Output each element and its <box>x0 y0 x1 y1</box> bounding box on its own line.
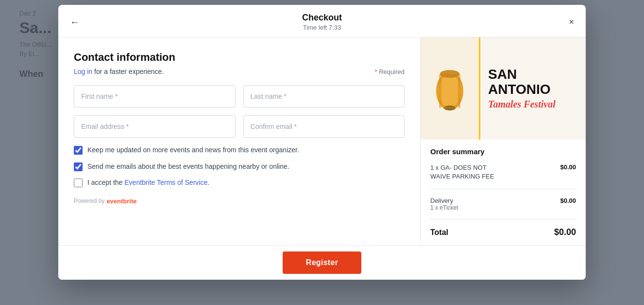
summary-panel: SAN ANTONIO Tamales Festival Order summa… <box>421 37 586 245</box>
checkbox-row-2: Send me emails about the best events hap… <box>74 162 405 172</box>
powered-by-label: Powered by <box>74 197 104 204</box>
first-name-input[interactable] <box>74 85 236 108</box>
powered-by: Powered by eventbrite <box>74 197 405 205</box>
last-name-field <box>243 85 405 108</box>
san-antonio-line2: ANTONIO <box>488 82 551 97</box>
delivery-row: Delivery 1 x eTicket $0.00 <box>430 197 576 219</box>
total-row: Total $0.00 <box>430 227 576 237</box>
emails-checkbox[interactable] <box>74 162 83 171</box>
delivery-price: $0.00 <box>560 197 576 204</box>
login-prompt-text: for a faster experience. <box>94 68 164 75</box>
back-button[interactable]: ← <box>70 17 85 28</box>
email-input[interactable] <box>74 115 236 138</box>
tamale-svg <box>430 59 469 118</box>
last-name-input[interactable] <box>243 85 405 108</box>
emails-label: Send me emails about the best events hap… <box>87 162 289 172</box>
first-name-field <box>74 85 236 108</box>
tos-checkbox[interactable] <box>74 179 83 187</box>
modal-footer: Register <box>58 245 586 280</box>
form-panel: Contact information Log in for a faster … <box>58 37 421 245</box>
modal-header-center: Checkout Time left 7:33 <box>85 13 559 31</box>
svg-rect-2 <box>439 74 441 108</box>
tos-link[interactable]: Eventbrite Terms of Service <box>124 179 207 186</box>
close-button[interactable]: × <box>559 17 574 27</box>
checkout-modal: ← Checkout Time left 7:33 × Contact info… <box>58 5 586 280</box>
timer-label: Time left 7:33 <box>85 24 559 31</box>
order-summary-title: Order summary <box>430 147 576 156</box>
name-row <box>74 85 405 108</box>
festival-image: SAN ANTONIO Tamales Festival <box>421 37 586 140</box>
email-field-wrapper <box>74 115 236 138</box>
login-row: Log in for a faster experience. * Requir… <box>74 68 405 75</box>
checkbox-section: Keep me updated on more events and news … <box>74 145 405 188</box>
modal-header: ← Checkout Time left 7:33 × <box>58 5 586 37</box>
svg-point-1 <box>439 74 460 108</box>
order-details: Order summary 1 x GA- DOES NOTWAIVE PARK… <box>421 140 586 245</box>
tamales-festival-text: Tamales Festival <box>488 99 556 110</box>
updates-label: Keep me updated on more events and news … <box>87 145 299 155</box>
login-prompt: Log in for a faster experience. <box>74 68 164 75</box>
san-antonio-line1: SAN <box>488 67 517 82</box>
section-title: Contact information <box>74 51 405 64</box>
total-label: Total <box>430 228 448 237</box>
tos-prefix: I accept the <box>87 179 124 186</box>
svg-rect-5 <box>444 107 456 109</box>
required-label: * Required <box>375 68 405 75</box>
tos-suffix: . <box>207 179 209 186</box>
confirm-email-field-wrapper <box>243 115 405 138</box>
login-link[interactable]: Log in <box>74 68 92 75</box>
modal-body: Contact information Log in for a faster … <box>58 37 586 245</box>
updates-checkbox[interactable] <box>74 146 83 155</box>
confirm-email-input[interactable] <box>243 115 405 138</box>
email-row <box>74 115 405 138</box>
delivery-sub: 1 x eTicket <box>430 204 458 211</box>
register-button[interactable]: Register <box>283 251 361 274</box>
checkbox-row-1: Keep me updated on more events and news … <box>74 145 405 155</box>
delivery-label: Delivery <box>430 197 458 204</box>
checkout-title: Checkout <box>85 13 559 23</box>
svg-rect-3 <box>458 74 460 108</box>
tamale-icon <box>421 37 479 140</box>
delivery-info: Delivery 1 x eTicket <box>430 197 458 211</box>
total-amount: $0.00 <box>554 227 576 237</box>
eventbrite-logo: eventbrite <box>106 197 136 205</box>
tos-label: I accept the Eventbrite Terms of Service… <box>87 178 209 188</box>
festival-visual: SAN ANTONIO Tamales Festival <box>421 37 586 140</box>
item1-name: 1 x GA- DOES NOTWAIVE PARKING FEE <box>430 163 494 181</box>
festival-text-section: SAN ANTONIO Tamales Festival <box>479 37 586 140</box>
modal-overlay: ← Checkout Time left 7:33 × Contact info… <box>0 0 644 305</box>
required-text: Required <box>379 68 405 75</box>
item1-price: $0.00 <box>560 163 576 171</box>
order-item-1: 1 x GA- DOES NOTWAIVE PARKING FEE $0.00 <box>430 163 576 189</box>
checkbox-row-3: I accept the Eventbrite Terms of Service… <box>74 178 405 188</box>
